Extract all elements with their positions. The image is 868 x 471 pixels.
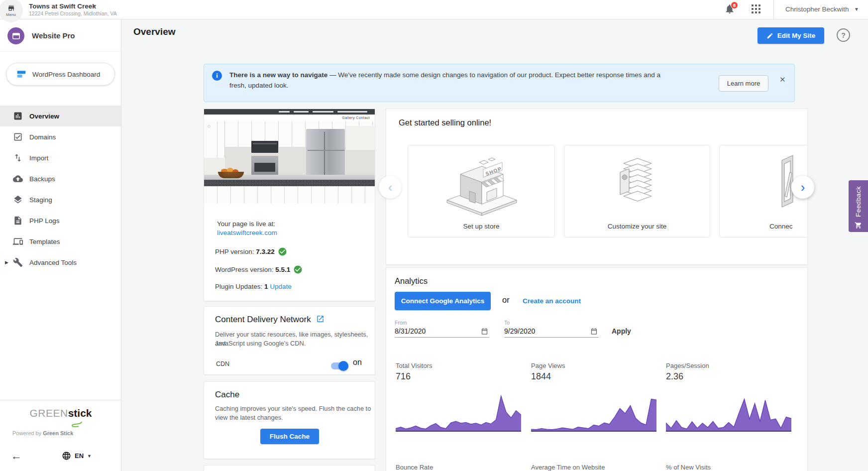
plugin-update-link[interactable]: Update (270, 283, 292, 290)
sidebar-item-import[interactable]: Import (0, 147, 121, 168)
analytics-panel: Analytics Connect Google Analytics or Cr… (386, 267, 808, 471)
cdn-toggle-knob[interactable] (338, 361, 348, 371)
calendar-icon[interactable] (481, 328, 488, 335)
sidebar-item-staging[interactable]: Staging (0, 189, 121, 210)
wordpress-version-row: WordPress version: 5.5.1 (215, 265, 303, 274)
calendar-icon[interactable] (590, 328, 598, 335)
sidebar-item-label: PHP Logs (29, 217, 60, 225)
stat-pages-session: Pages/Session 2.36 (666, 362, 709, 382)
stat-value: 716 (396, 371, 432, 382)
to-label: To (504, 320, 599, 326)
sidebar-nav: Overview Domains Import Backups Staging … (0, 106, 121, 273)
user-menu[interactable]: Christopher Beckwith (785, 5, 849, 13)
from-date-field[interactable]: From 8/31/2020 (395, 320, 489, 338)
document-icon (13, 216, 23, 226)
sell-card-label: Customize your site (564, 223, 710, 230)
brand-row: Website Pro (0, 19, 121, 52)
wordpress-version-label: WordPress version: (215, 266, 275, 273)
sell-card-label: Connec (720, 223, 808, 230)
info-icon: i (212, 71, 222, 81)
set-up-store-card[interactable]: SHOP Set up store (408, 145, 555, 237)
banner-close-icon[interactable]: ✕ (779, 75, 786, 84)
greenstick-swoosh-icon (70, 421, 85, 428)
wrench-icon (13, 257, 23, 267)
language-code: EN (75, 452, 84, 460)
wordpress-dashboard-icon (16, 69, 26, 79)
to-value: 9/29/2020 (504, 327, 599, 335)
analytics-title: Analytics (395, 276, 428, 286)
apply-button[interactable]: Apply (612, 327, 631, 335)
sidebar-item-label: Advanced Tools (29, 259, 77, 266)
collapse-sidebar-button[interactable]: ← (11, 450, 22, 463)
website-pro-logo (7, 27, 24, 44)
from-label: From (395, 320, 489, 326)
website-pro-dashboard: Towns at Swift Creek ▼ 12224 Petrel Cros… (0, 0, 868, 471)
cache-description-line1: Caching improves your site's speed. Flus… (215, 404, 371, 413)
sidebar-item-php-logs[interactable]: PHP Logs (0, 210, 121, 231)
notification-badge: 8 (731, 1, 738, 9)
plugin-updates-label: Plugin Updates: (215, 283, 264, 290)
page-views-chart (531, 393, 656, 432)
domain-check-icon (13, 132, 23, 142)
topbar-divider (773, 0, 774, 19)
sidebar-item-backups[interactable]: Backups (0, 168, 121, 189)
powered-by-brand: Green Stick (43, 430, 73, 436)
sidebar-item-domains[interactable]: Domains (0, 126, 121, 147)
sell-online-title: Get started selling online! (399, 118, 491, 127)
new-visits-label: % of New Visits (666, 464, 711, 471)
stat-value: 1844 (531, 371, 565, 382)
wordpress-dashboard-button[interactable]: WordPress Dashboard (6, 63, 115, 86)
storefront-icon (7, 4, 15, 12)
cdn-title: Content Delivery Network (215, 315, 325, 325)
feedback-label: Feedback (855, 186, 862, 217)
brand-name: Website Pro (32, 31, 75, 40)
cdn-description-line2: JavaScript using Google's CDN. (215, 339, 306, 348)
sidebar-item-advanced-tools[interactable]: ▶ Advanced Tools (0, 252, 121, 273)
sidebar-item-label: Import (29, 154, 48, 162)
store-illustration: SHOP (439, 152, 524, 217)
language-selector[interactable]: EN ▼ (62, 451, 92, 461)
sidebar-item-templates[interactable]: Templates (0, 231, 121, 252)
feedback-tab[interactable]: Feedback (849, 180, 868, 232)
carousel-next-button[interactable]: › (791, 176, 814, 199)
page-title: Overview (133, 26, 176, 37)
preview-topbar (204, 109, 375, 115)
bounce-rate-label: Bounce Rate (396, 464, 433, 471)
site-preview-thumbnail[interactable]: ✦ Gallery Contact (204, 109, 375, 204)
cart-icon (855, 222, 862, 229)
help-button[interactable]: ? (837, 28, 850, 42)
cdn-card: Content Delivery Network Deliver your st… (204, 306, 375, 375)
customize-site-card[interactable]: Customize your site (564, 145, 710, 237)
learn-more-button[interactable]: Learn more (719, 75, 768, 92)
carousel-prev-button[interactable]: ‹ (379, 176, 402, 199)
menu-label: Menu (6, 12, 16, 17)
site-name[interactable]: Towns at Swift Creek (29, 2, 96, 10)
partial-card (204, 465, 375, 471)
stat-value: 2.36 (666, 371, 709, 382)
sidebar-item-label: Backups (29, 175, 55, 183)
connect-google-analytics-button[interactable]: Connect Google Analytics (395, 292, 491, 310)
notifications-button[interactable]: 8 (724, 3, 737, 16)
sidebar-item-overview[interactable]: Overview (0, 106, 121, 126)
banner-text: There is a new way to navigate — We've r… (229, 70, 667, 91)
greenstick-logo-green: GREEN (29, 407, 68, 419)
sidebar-item-label: Staging (29, 196, 52, 204)
apps-grid-button[interactable] (752, 4, 760, 13)
stat-total-visitors: Total Visitors 716 (396, 362, 432, 382)
browser-window-icon (11, 31, 21, 41)
greenstick-logo-stick: stick (68, 407, 92, 419)
live-site-link[interactable]: liveatswiftcreek.com (217, 229, 277, 236)
flush-cache-button[interactable]: Flush Cache (260, 429, 319, 444)
external-link-icon[interactable] (316, 315, 325, 323)
greenstick-logo: GREENstick (0, 407, 121, 419)
site-preview-photo: ✦ (204, 121, 375, 204)
create-account-link[interactable]: Create an account (523, 297, 581, 305)
edit-my-site-button[interactable]: Edit My Site (758, 27, 824, 44)
to-date-field[interactable]: To 9/29/2020 (504, 320, 599, 338)
language-caret-icon: ▼ (87, 454, 92, 459)
site-status-card: ✦ Gallery Contact Your page is live at: … (204, 109, 375, 301)
cdn-title-text: Content Delivery Network (215, 315, 311, 324)
total-visitors-chart (396, 393, 521, 432)
sidebar: Website Pro WordPress Dashboard Overview… (0, 0, 121, 471)
check-circle-icon (278, 247, 287, 256)
